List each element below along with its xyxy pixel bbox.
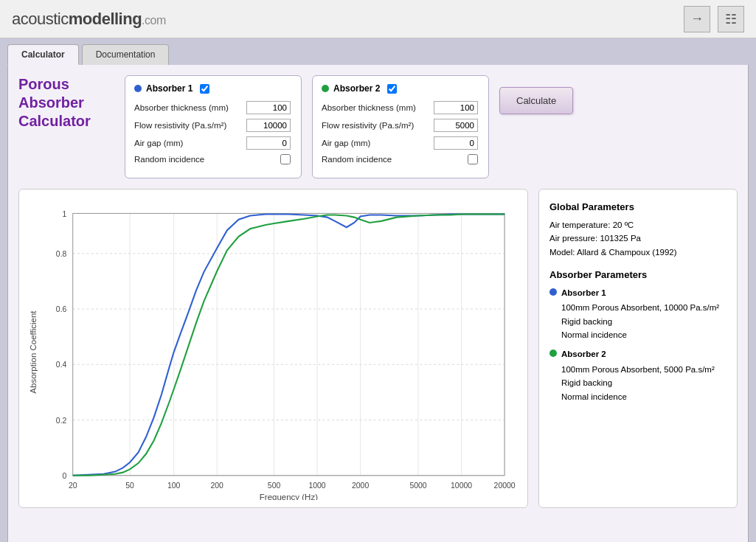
header: acousticmodelling.com → ☷ — [0, 0, 756, 38]
absorber2-panel: Absorber 2 Absorber thickness (mm) Flow … — [312, 75, 489, 178]
absorber1-random-checkbox[interactable] — [280, 154, 291, 164]
absorber1-thickness-row: Absorber thickness (mm) — [134, 101, 291, 114]
logo-bold: modelling — [69, 10, 142, 28]
absorber2-airgap-row: Air gap (mm) — [322, 136, 478, 150]
absorber1-header: Absorber 1 — [134, 83, 291, 94]
svg-text:5000: 5000 — [409, 482, 426, 490]
air-temperature: Air temperature: 20 ºC — [549, 218, 726, 232]
absorber2-details: 100mm Porous Absorbent, 5000 Pa.s/m² Rig… — [549, 363, 726, 403]
absorber2-random-row: Random incidence — [322, 154, 478, 164]
absorber2-label: Absorber 2 — [333, 83, 380, 94]
absorber1-thickness-input[interactable] — [246, 101, 291, 114]
calculate-area: Calculate — [499, 75, 573, 114]
absorber1-random-label: Random incidence — [134, 155, 204, 164]
absorber2-legend: Absorber 2 — [549, 347, 726, 361]
svg-text:500: 500 — [268, 482, 281, 490]
absorber-params-section: Absorber Parameters Absorber 1 100mm Por… — [549, 268, 726, 403]
absorber1-airgap-row: Air gap (mm) — [134, 136, 291, 150]
svg-text:100: 100 — [167, 482, 181, 490]
bottom-row: Absorption Coefficient 0 0.2 0.4 0.6 0.8… — [18, 189, 738, 508]
global-params-section: Global Parameters Air temperature: 20 ºC… — [549, 200, 726, 259]
absorption-chart: Absorption Coefficient 0 0.2 0.4 0.6 0.8… — [27, 197, 520, 500]
login-icon[interactable]: → — [684, 6, 710, 32]
svg-text:0: 0 — [63, 472, 67, 480]
svg-text:0.4: 0.4 — [56, 361, 67, 369]
absorber2-random-label: Random incidence — [322, 155, 392, 164]
svg-text:0.8: 0.8 — [56, 250, 67, 258]
top-row: Porous Absorber Calculator Absorber 1 Ab… — [18, 75, 738, 178]
calculator-icon[interactable]: ☷ — [718, 6, 744, 32]
svg-text:1000: 1000 — [308, 482, 325, 490]
absorber1-label: Absorber 1 — [146, 83, 193, 94]
svg-text:2000: 2000 — [352, 482, 369, 490]
page-title: Porous Absorber Calculator — [18, 75, 114, 131]
absorber2-thickness-label: Absorber thickness (mm) — [322, 103, 416, 112]
absorber1-panel: Absorber 1 Absorber thickness (mm) Flow … — [125, 75, 302, 178]
absorber1-legend-text: Absorber 1 — [561, 286, 606, 299]
absorber1-thickness-label: Absorber thickness (mm) — [134, 103, 229, 112]
absorber2-flow-label: Flow resistivity (Pa.s/m²) — [322, 121, 414, 130]
svg-text:20000: 20000 — [494, 482, 516, 490]
svg-text:Frequency (Hz): Frequency (Hz) — [260, 493, 318, 499]
chart-container: Absorption Coefficient 0 0.2 0.4 0.6 0.8… — [18, 189, 528, 508]
logo-domain: .com — [142, 14, 166, 27]
absorber1-airgap-label: Air gap (mm) — [134, 139, 183, 147]
absorber1-dot — [134, 85, 142, 92]
svg-text:0.2: 0.2 — [56, 417, 67, 425]
absorber1-flow-label: Flow resistivity (Pa.s/m²) — [134, 121, 226, 130]
y-axis-label: Absorption Coefficient — [29, 310, 38, 394]
absorber2-random-checkbox[interactable] — [468, 154, 478, 164]
info-panel: Global Parameters Air temperature: 20 ºC… — [538, 189, 738, 508]
absorber2-thickness-row: Absorber thickness (mm) — [322, 101, 478, 114]
svg-text:0.6: 0.6 — [56, 305, 67, 313]
absorber1-legend-dot — [549, 288, 557, 296]
absorber2-flow-input[interactable] — [434, 119, 478, 132]
site-logo: acousticmodelling.com — [12, 10, 166, 29]
global-params-title: Global Parameters — [549, 200, 726, 215]
svg-text:50: 50 — [125, 482, 134, 490]
tab-bar: Calculator Documentation — [0, 38, 756, 65]
absorber1-legend: Absorber 1 — [549, 286, 726, 299]
absorber2-airgap-input[interactable] — [434, 136, 478, 150]
svg-text:20: 20 — [69, 482, 77, 490]
tab-documentation[interactable]: Documentation — [82, 44, 170, 65]
tab-calculator[interactable]: Calculator — [7, 44, 79, 65]
absorber1-checkbox[interactable] — [200, 84, 209, 94]
svg-text:200: 200 — [210, 482, 223, 490]
absorber1-details: 100mm Porous Absorbent, 10000 Pa.s/m² Ri… — [549, 301, 726, 341]
absorber1-flow-input[interactable] — [246, 119, 291, 132]
absorber2-flow-row: Flow resistivity (Pa.s/m²) — [322, 119, 478, 132]
absorber2-airgap-label: Air gap (mm) — [322, 139, 370, 147]
absorber-params-title: Absorber Parameters — [549, 268, 726, 283]
main-content: Porous Absorber Calculator Absorber 1 Ab… — [7, 65, 749, 542]
absorber2-dot — [322, 85, 329, 92]
svg-text:1: 1 — [63, 210, 67, 218]
absorber2-thickness-input[interactable] — [434, 101, 478, 114]
svg-rect-32 — [73, 213, 504, 475]
absorber2-header: Absorber 2 — [322, 83, 478, 94]
model: Model: Allard & Champoux (1992) — [549, 246, 726, 259]
absorber1-airgap-input[interactable] — [246, 136, 291, 150]
calculate-button[interactable]: Calculate — [499, 87, 573, 114]
absorber1-flow-row: Flow resistivity (Pa.s/m²) — [134, 119, 291, 132]
logo-normal: acoustic — [12, 10, 69, 28]
absorber2-checkbox[interactable] — [387, 84, 397, 94]
header-icons: → ☷ — [684, 6, 744, 32]
svg-text:10000: 10000 — [451, 482, 472, 490]
absorber2-legend-text: Absorber 2 — [561, 347, 606, 361]
absorber1-random-row: Random incidence — [134, 154, 291, 164]
air-pressure: Air pressure: 101325 Pa — [549, 232, 726, 245]
absorber2-legend-dot — [549, 350, 557, 357]
